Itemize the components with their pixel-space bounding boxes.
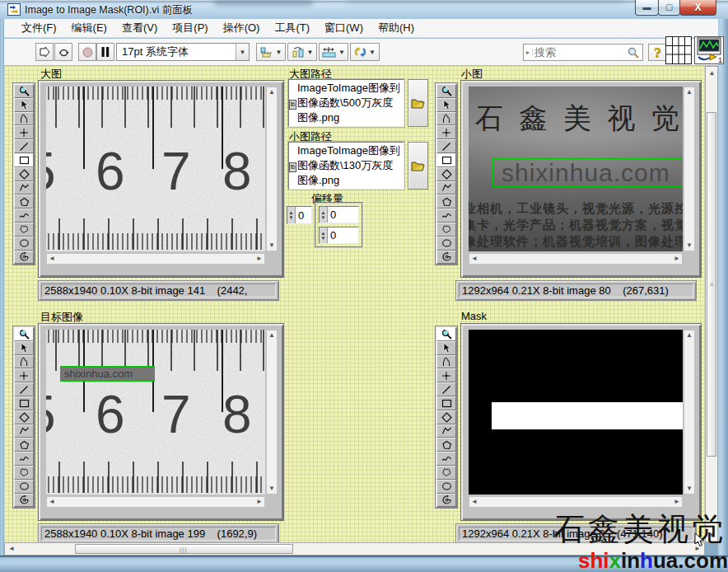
image-hscrollbar[interactable]: ◄►: [46, 253, 265, 265]
scroll-right-icon[interactable]: ►: [254, 254, 264, 264]
image-vscrollbar[interactable]: ▲▼: [266, 330, 278, 495]
annulus-tool[interactable]: [436, 494, 456, 508]
scroll-right-icon[interactable]: ►: [672, 497, 682, 507]
panel-hscroll-thumb[interactable]: |||: [75, 544, 293, 554]
rectangle-tool[interactable]: [14, 153, 34, 167]
selection-tool[interactable]: [436, 341, 456, 355]
alignment-grid[interactable]: [665, 36, 692, 64]
line-tool[interactable]: [14, 382, 34, 396]
small-path-browse-button[interactable]: [408, 142, 428, 190]
scroll-left-icon[interactable]: ◄: [47, 254, 57, 264]
scroll-left-icon[interactable]: ◄: [469, 254, 479, 264]
polyline-tool[interactable]: [14, 181, 34, 195]
freehand-region-tool[interactable]: [14, 466, 34, 480]
point-tool[interactable]: [14, 125, 34, 139]
point-tool[interactable]: [14, 368, 34, 382]
mask-image-canvas[interactable]: [469, 330, 683, 495]
oval-tool[interactable]: [14, 237, 34, 251]
scroll-down-icon[interactable]: ▼: [684, 484, 694, 494]
scroll-down-icon[interactable]: ▼: [267, 484, 277, 494]
zoom-tool[interactable]: [14, 327, 34, 341]
menu-view[interactable]: 查看(V): [114, 19, 165, 37]
vi-icon[interactable]: 1: [694, 36, 724, 64]
target-image-canvas[interactable]: 5 6 7 8 shixinhua.com: [46, 330, 265, 495]
scroll-up-icon[interactable]: ▲: [267, 331, 277, 340]
scroll-up-icon[interactable]: ▲: [267, 87, 277, 97]
scroll-up-icon[interactable]: ▲: [684, 331, 694, 340]
image-vscrollbar[interactable]: ▲▼: [684, 87, 695, 251]
zoom-tool[interactable]: [436, 84, 456, 98]
font-selector[interactable]: 17pt 系统字体 ▼: [116, 43, 250, 61]
menu-file[interactable]: 文件(F): [14, 19, 64, 37]
spinner-icon[interactable]: ▲▼: [320, 207, 328, 223]
panel-vscrollbar[interactable]: ▲ ≡ ▼: [705, 66, 718, 542]
pan-tool[interactable]: [436, 355, 456, 369]
freehand-region-tool[interactable]: [436, 466, 456, 480]
annulus-tool[interactable]: [14, 251, 34, 265]
menu-help[interactable]: 帮助(H): [371, 19, 422, 37]
titlebar[interactable]: Image to Image Mask(ROI).vi 前面板: [0, 0, 728, 19]
polygon-tool[interactable]: [436, 438, 456, 452]
freehand-region-tool[interactable]: [14, 223, 34, 237]
run-continuous-button[interactable]: [54, 43, 72, 61]
scroll-right-icon[interactable]: ►: [254, 497, 264, 507]
point-tool[interactable]: [436, 125, 456, 139]
menu-project[interactable]: 项目(P): [165, 19, 215, 37]
polyline-tool[interactable]: [436, 181, 456, 195]
scroll-up-icon[interactable]: ▲: [707, 69, 716, 77]
polyline-tool[interactable]: [436, 424, 456, 438]
distribute-objects-button[interactable]: ▼: [287, 43, 317, 61]
minimize-button[interactable]: ▬: [635, 0, 659, 16]
image-vscrollbar[interactable]: ▲▼: [684, 330, 695, 495]
annulus-tool[interactable]: [14, 494, 34, 508]
pan-tool[interactable]: [436, 112, 456, 126]
rectangle-tool[interactable]: [14, 396, 34, 410]
small-image-canvas[interactable]: 石鑫美视觉 shixinhua.com 业相机，工业镜头，视觉光源，光源控制器 …: [469, 87, 683, 251]
pan-tool[interactable]: [14, 355, 34, 369]
freehand-line-tool[interactable]: [436, 209, 456, 223]
line-tool[interactable]: [436, 139, 456, 153]
image-vscrollbar[interactable]: ▲▼: [266, 87, 278, 251]
freehand-line-tool[interactable]: [14, 209, 34, 223]
freehand-line-tool[interactable]: [436, 452, 456, 466]
align-objects-button[interactable]: ▼: [256, 43, 286, 61]
big-image-canvas[interactable]: 5 6 7 8: [46, 87, 265, 251]
annulus-tool[interactable]: [436, 251, 456, 265]
scroll-down-icon[interactable]: ▼: [684, 241, 694, 251]
menu-operate[interactable]: 操作(O): [216, 19, 268, 37]
zoom-tool[interactable]: [436, 327, 456, 341]
rotated-rectangle-tool[interactable]: [436, 410, 456, 424]
spinner-icon[interactable]: ▲▼: [287, 207, 296, 223]
rectangle-tool[interactable]: [436, 153, 456, 167]
scroll-left-icon[interactable]: ◄: [47, 497, 57, 507]
rotated-rectangle-tool[interactable]: [14, 410, 34, 424]
selection-tool[interactable]: [14, 341, 34, 355]
search-icon[interactable]: [628, 47, 642, 59]
oval-tool[interactable]: [436, 237, 456, 251]
rotated-rectangle-tool[interactable]: [436, 167, 456, 181]
selection-tool[interactable]: [436, 98, 456, 112]
oval-tool[interactable]: [14, 480, 34, 494]
line-tool[interactable]: [436, 382, 456, 396]
pan-tool[interactable]: [14, 112, 34, 126]
offset-element-0[interactable]: ▲▼ 0: [319, 206, 359, 223]
freehand-region-tool[interactable]: [436, 223, 456, 237]
reorder-objects-button[interactable]: ▼: [350, 43, 380, 61]
roi-rectangle[interactable]: shixinhua.com: [492, 158, 682, 187]
menu-window[interactable]: 窗口(W): [317, 19, 371, 37]
rotated-rectangle-tool[interactable]: [14, 167, 34, 181]
scroll-left-icon[interactable]: ◄: [469, 497, 479, 507]
panel-hscrollbar[interactable]: ◄ ||| ►: [4, 542, 705, 556]
scroll-right-icon[interactable]: ►: [672, 254, 682, 264]
spinner-icon[interactable]: ▲▼: [320, 227, 328, 243]
oval-tool[interactable]: [436, 480, 456, 494]
scroll-down-icon[interactable]: ▼: [707, 532, 716, 539]
freehand-line-tool[interactable]: [14, 452, 34, 466]
polygon-tool[interactable]: [436, 195, 456, 209]
scroll-down-icon[interactable]: ▼: [267, 241, 277, 251]
polyline-tool[interactable]: [14, 424, 34, 438]
zoom-tool[interactable]: [14, 84, 34, 98]
point-tool[interactable]: [436, 368, 456, 382]
offset-element-1[interactable]: ▲▼ 0: [319, 227, 359, 244]
image-hscrollbar[interactable]: ◄►: [469, 496, 683, 508]
